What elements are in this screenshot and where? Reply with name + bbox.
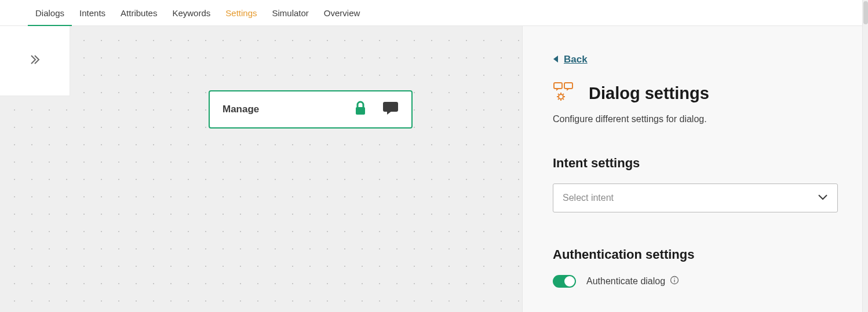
- tab-simulator[interactable]: Simulator: [265, 0, 316, 26]
- svg-rect-4: [554, 83, 562, 89]
- intent-settings-heading: Intent settings: [553, 156, 838, 171]
- chat-icon: [382, 101, 399, 118]
- svg-marker-3: [553, 56, 558, 63]
- dialog-settings-icon: [553, 82, 575, 105]
- intent-select-placeholder: Select intent: [563, 193, 614, 203]
- vertical-scrollbar[interactable]: [862, 0, 868, 312]
- expand-sidebar-button[interactable]: [0, 26, 70, 96]
- panel-header: Dialog settings: [553, 82, 838, 105]
- svg-marker-2: [387, 111, 392, 115]
- tab-keywords[interactable]: Keywords: [165, 0, 218, 26]
- auth-toggle[interactable]: [553, 275, 576, 288]
- auth-toggle-row: Authenticate dialog: [553, 275, 838, 288]
- lock-icon: [353, 101, 367, 118]
- tab-dialogs[interactable]: Dialogs: [28, 0, 72, 26]
- chevron-down-icon: [818, 193, 828, 203]
- svg-line-14: [563, 99, 564, 100]
- back-link[interactable]: Back: [553, 54, 588, 65]
- info-icon[interactable]: [670, 276, 679, 287]
- triangle-left-icon: [553, 54, 559, 65]
- tab-attributes[interactable]: Attributes: [113, 0, 165, 26]
- svg-point-8: [559, 94, 563, 99]
- tab-overview[interactable]: Overview: [316, 0, 368, 26]
- tab-intents[interactable]: Intents: [72, 0, 113, 26]
- dialog-node-manage[interactable]: Manage: [209, 90, 413, 129]
- auth-toggle-text: Authenticate dialog: [586, 276, 665, 287]
- panel-title: Dialog settings: [589, 84, 709, 103]
- svg-rect-1: [383, 102, 398, 112]
- dialog-node-label: Manage: [223, 104, 353, 115]
- settings-panel: Back Dia: [522, 26, 868, 312]
- intent-select[interactable]: Select intent: [553, 183, 838, 212]
- dialog-canvas[interactable]: Manage: [0, 26, 522, 312]
- svg-line-15: [558, 99, 559, 100]
- svg-rect-6: [564, 83, 572, 89]
- tab-settings[interactable]: Settings: [218, 0, 264, 26]
- panel-subtitle: Configure different settings for dialog.: [553, 114, 838, 124]
- svg-line-16: [563, 94, 564, 95]
- auth-settings-heading: Authentication settings: [553, 247, 838, 262]
- back-link-label: Back: [564, 54, 588, 65]
- svg-rect-0: [356, 107, 365, 115]
- chevron-double-right-icon: [28, 53, 42, 69]
- main-area: Manage: [0, 26, 868, 312]
- top-tabs: Dialogs Intents Attributes Keywords Sett…: [0, 0, 868, 26]
- svg-point-19: [674, 278, 674, 278]
- auth-toggle-label: Authenticate dialog: [586, 276, 679, 287]
- svg-line-13: [558, 94, 559, 95]
- dialog-node-icons: [353, 101, 399, 118]
